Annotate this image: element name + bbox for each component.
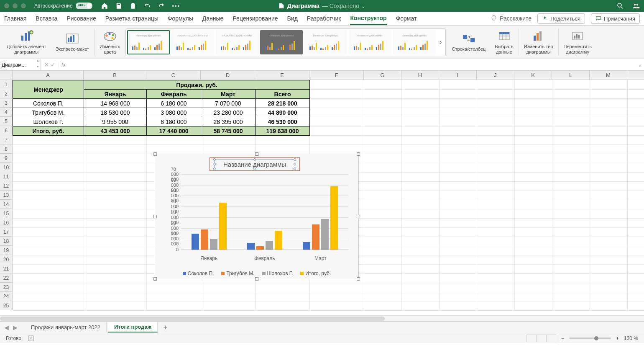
col-header-H[interactable]: H bbox=[401, 71, 439, 80]
cancel-formula-icon[interactable]: ✕ bbox=[44, 62, 49, 68]
share-button[interactable]: Поделиться bbox=[537, 13, 585, 24]
share-people-icon[interactable] bbox=[632, 2, 640, 10]
chart-legend[interactable]: Соколов П.Тригубов М.Шолохов Г.Итого, ру… bbox=[155, 271, 358, 276]
chart-title-selection[interactable]: Название диаграммы bbox=[210, 157, 300, 171]
sheet-tab-0[interactable]: Продажи январь-март 2022 bbox=[25, 322, 107, 332]
row-header-15[interactable]: 15 bbox=[0, 209, 12, 218]
row-header-13[interactable]: 13 bbox=[0, 191, 12, 200]
zoom-in-button[interactable]: + bbox=[616, 335, 619, 341]
column-headers[interactable]: ABCDEFGHIJKLM bbox=[0, 71, 644, 80]
chart-bar[interactable] bbox=[321, 219, 329, 250]
row-header-4[interactable]: 4 bbox=[0, 108, 12, 117]
gallery-more-button[interactable]: › bbox=[437, 38, 444, 46]
zoom-out-button[interactable]: − bbox=[561, 335, 564, 341]
tab-insert[interactable]: Вставка bbox=[36, 13, 57, 24]
search-icon[interactable] bbox=[616, 2, 624, 10]
tab-format[interactable]: Формат bbox=[396, 13, 417, 24]
spreadsheet-grid[interactable]: ABCDEFGHIJKLM 12345678910111213141516171… bbox=[0, 71, 644, 315]
row-header-25[interactable]: 25 bbox=[0, 301, 12, 310]
row-header-6[interactable]: 6 bbox=[0, 126, 12, 135]
zoom-slider[interactable] bbox=[569, 338, 611, 339]
chart-bar[interactable] bbox=[247, 243, 255, 250]
row-header-8[interactable]: 8 bbox=[0, 144, 12, 154]
namebox-stepper[interactable]: ▲▼ bbox=[35, 59, 41, 70]
sheet-tab-1[interactable]: Итоги продаж bbox=[108, 322, 158, 332]
move-chart-button[interactable]: Переместить диаграмму bbox=[560, 26, 596, 59]
chart-title-text[interactable]: Название диаграммы bbox=[214, 159, 295, 169]
row-header-10[interactable]: 10 bbox=[0, 163, 12, 172]
col-header-D[interactable]: D bbox=[201, 71, 255, 80]
sales-table[interactable]: МенеджерПродажи, руб.ЯнварьФевральМартВс… bbox=[13, 80, 310, 136]
chart-plot-area[interactable]: 010 000 00020 000 00030 000 00040 000 00… bbox=[181, 174, 348, 254]
row-headers[interactable]: 1234567891011121314151617181920212223242… bbox=[0, 80, 13, 310]
tab-home[interactable]: Главная bbox=[4, 13, 26, 24]
tell-me-search[interactable]: Расскажите bbox=[491, 15, 532, 22]
tab-draw[interactable]: Рисование bbox=[66, 13, 96, 24]
more-icon[interactable]: ••• bbox=[172, 3, 180, 9]
fx-icon[interactable]: fx bbox=[59, 62, 68, 68]
view-page-break-icon[interactable] bbox=[546, 335, 556, 342]
chart-bar[interactable] bbox=[303, 242, 310, 250]
chart-style-2[interactable]: НАЗВАНИЕ ДИАГРАММЫ bbox=[171, 30, 214, 54]
zoom-level[interactable]: 130 % bbox=[624, 335, 638, 341]
chart-bar[interactable] bbox=[256, 246, 264, 250]
row-header-7[interactable]: 7 bbox=[0, 135, 12, 144]
tab-view[interactable]: Вид bbox=[287, 13, 298, 24]
chart-bar[interactable] bbox=[201, 229, 208, 250]
name-box[interactable]: Диаграм... bbox=[0, 59, 35, 70]
change-chart-type-button[interactable]: Изменить тип диаграммы bbox=[520, 26, 557, 59]
row-header-18[interactable]: 18 bbox=[0, 237, 12, 246]
select-data-button[interactable]: Выбрать данные bbox=[491, 26, 517, 59]
row-header-20[interactable]: 20 bbox=[0, 255, 12, 264]
chart-bar[interactable] bbox=[192, 234, 199, 250]
undo-icon[interactable] bbox=[143, 2, 151, 10]
chart-style-4[interactable]: Название диаграммы bbox=[260, 30, 303, 54]
tab-review[interactable]: Рецензирование bbox=[233, 13, 278, 24]
col-header-A[interactable]: A bbox=[13, 71, 84, 80]
row-header-9[interactable]: 9 bbox=[0, 154, 12, 163]
row-header-17[interactable]: 17 bbox=[0, 227, 12, 237]
col-header-G[interactable]: G bbox=[364, 71, 401, 80]
tab-data[interactable]: Данные bbox=[202, 13, 224, 24]
row-header-14[interactable]: 14 bbox=[0, 200, 12, 209]
formula-expand-icon[interactable]: ⌄ bbox=[636, 62, 644, 68]
row-header-16[interactable]: 16 bbox=[0, 218, 12, 227]
chart-style-6[interactable]: Название диаграммы bbox=[349, 30, 391, 54]
tab-page-layout[interactable]: Разметка страницы bbox=[105, 13, 158, 24]
row-header-19[interactable]: 19 bbox=[0, 246, 12, 255]
legend-item[interactable]: Соколов П. bbox=[183, 271, 214, 276]
col-header-J[interactable]: J bbox=[477, 71, 514, 80]
col-header-F[interactable]: F bbox=[309, 71, 364, 80]
row-header-5[interactable]: 5 bbox=[0, 117, 12, 126]
close-icon[interactable] bbox=[4, 3, 9, 8]
chart-bar[interactable] bbox=[266, 241, 273, 250]
add-sheet-button[interactable]: + bbox=[159, 324, 171, 331]
autosave-toggle[interactable]: Автосохранение ВКЛ. bbox=[34, 3, 92, 9]
chart-style-1[interactable]: Название диаграммы bbox=[127, 30, 170, 54]
clipboard-icon[interactable] bbox=[129, 2, 137, 10]
col-header-E[interactable]: E bbox=[255, 71, 309, 80]
quick-layout-button[interactable]: Экспресс-макет bbox=[51, 26, 93, 59]
col-header-B[interactable]: B bbox=[84, 71, 146, 80]
tab-developer[interactable]: Разработчик bbox=[307, 13, 341, 24]
row-header-24[interactable]: 24 bbox=[0, 292, 12, 301]
col-header-K[interactable]: K bbox=[514, 71, 552, 80]
tab-chart-design[interactable]: Конструктор bbox=[350, 12, 386, 25]
legend-item[interactable]: Тригубов М. bbox=[221, 271, 254, 276]
chart-bar[interactable] bbox=[312, 224, 319, 250]
accept-formula-icon[interactable]: ✓ bbox=[51, 62, 55, 68]
row-header-11[interactable]: 11 bbox=[0, 172, 12, 181]
redo-icon[interactable] bbox=[158, 2, 165, 10]
chart-style-3[interactable]: НАЗВАНИЕ ДИАГРАММЫ bbox=[216, 30, 258, 54]
sheet-nav-next-icon[interactable]: ▶ bbox=[13, 324, 18, 331]
row-header-12[interactable]: 12 bbox=[0, 181, 12, 191]
comments-button[interactable]: Примечания bbox=[591, 13, 640, 24]
row-header-21[interactable]: 21 bbox=[0, 264, 12, 273]
row-header-23[interactable]: 23 bbox=[0, 283, 12, 292]
switch-row-col-button[interactable]: Строка/столбец bbox=[448, 26, 490, 59]
sheet-nav-prev-icon[interactable]: ◀ bbox=[4, 324, 9, 331]
maximize-icon[interactable] bbox=[21, 3, 26, 8]
accessibility-icon[interactable] bbox=[27, 335, 35, 342]
row-header-22[interactable]: 22 bbox=[0, 273, 12, 283]
chart-bar[interactable] bbox=[275, 231, 282, 250]
